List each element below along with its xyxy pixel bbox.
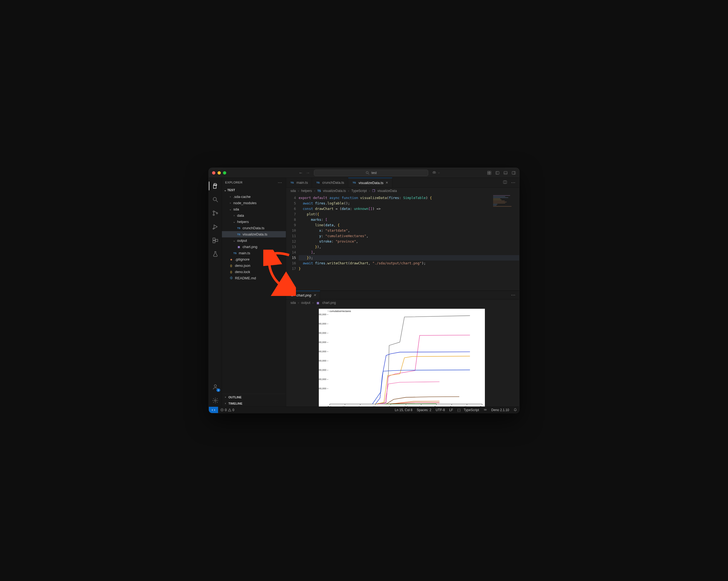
activity-explorer[interactable] bbox=[209, 180, 222, 192]
tab-chart-png[interactable]: ▦ chart.png ✕ bbox=[286, 291, 320, 299]
close-window-button[interactable] bbox=[212, 171, 215, 175]
folder-helpers[interactable]: ⌄helpers bbox=[222, 219, 286, 225]
file-readme[interactable]: ⓘREADME.md bbox=[222, 275, 286, 281]
bc-sda: sda bbox=[290, 301, 296, 305]
more-icon[interactable]: ⋯ bbox=[511, 180, 516, 185]
close-icon[interactable]: ✕ bbox=[386, 181, 388, 185]
copilot-status[interactable] bbox=[482, 408, 489, 412]
folder-data[interactable]: ›data bbox=[222, 212, 286, 219]
svg-text:00,000 –: 00,000 – bbox=[319, 360, 328, 362]
folder-sda[interactable]: ⌄sda bbox=[222, 206, 286, 212]
activity-testing[interactable] bbox=[209, 248, 222, 260]
code-editor[interactable]: 4567891011121314151617 export default as… bbox=[286, 194, 519, 290]
toggle-primary-sidebar-icon[interactable] bbox=[495, 171, 500, 175]
tab-main[interactable]: TSmain.ts bbox=[286, 178, 312, 187]
toggle-panel-icon[interactable] bbox=[503, 171, 508, 175]
json-icon: {} bbox=[229, 270, 233, 274]
more-icon[interactable]: ⋯ bbox=[511, 292, 516, 297]
explorer-bottom-sections: ›OUTLINE ›TIMELINE bbox=[222, 394, 286, 406]
close-icon[interactable]: ✕ bbox=[313, 293, 316, 297]
file-gitignore[interactable]: ◆.gitignore bbox=[222, 256, 286, 262]
activity-settings[interactable] bbox=[209, 395, 222, 406]
file-chart-png[interactable]: ▦chart.png bbox=[222, 244, 286, 250]
history-nav: ← → bbox=[298, 170, 310, 175]
activity-extensions[interactable] bbox=[209, 234, 222, 246]
svg-rect-4 bbox=[488, 171, 489, 173]
file-visualizedata[interactable]: TSvisualizeData.ts bbox=[222, 231, 286, 237]
file-crunchdata[interactable]: TScrunchData.ts bbox=[222, 225, 286, 231]
minimize-window-button[interactable] bbox=[217, 171, 221, 175]
preview-panel: ▦ chart.png ✕ ⋯ sda› output› ▦ chart.png bbox=[286, 291, 519, 406]
error-count: 0 bbox=[225, 408, 227, 412]
remote-indicator[interactable] bbox=[209, 407, 218, 413]
svg-line-15 bbox=[216, 201, 218, 202]
maximize-window-button[interactable] bbox=[223, 171, 226, 175]
ts-icon: TS bbox=[352, 181, 356, 185]
explorer-sidebar: EXPLORER ⋯ ⌄ TEST ›.sda-cache ›node_modu… bbox=[222, 178, 286, 406]
svg-text:Oct: Oct bbox=[450, 406, 454, 406]
activity-source-control[interactable] bbox=[209, 207, 222, 219]
svg-rect-22 bbox=[213, 241, 215, 243]
info-icon: ⓘ bbox=[229, 276, 233, 281]
layout-grid-icon[interactable] bbox=[487, 171, 491, 175]
svg-rect-23 bbox=[216, 239, 218, 241]
explorer-more-icon[interactable]: ⋯ bbox=[278, 180, 283, 185]
svg-text:Jul: Jul bbox=[404, 406, 408, 406]
file-main-ts[interactable]: TSmain.ts bbox=[222, 250, 286, 256]
timeline-label: TIMELINE bbox=[228, 402, 242, 405]
outline-section[interactable]: ›OUTLINE bbox=[222, 394, 286, 400]
folder-node-modules[interactable]: ›node_modules bbox=[222, 200, 286, 206]
activity-run-debug[interactable] bbox=[209, 221, 222, 233]
folder-sda-cache[interactable]: ›.sda-cache bbox=[222, 193, 286, 200]
editor-tabs: TSmain.ts TScrunchData.ts TSvisualizeDat… bbox=[286, 178, 519, 188]
tab-visualize[interactable]: TSvisualizeData.ts✕ bbox=[348, 178, 392, 187]
file-deno-json[interactable]: {}deno.json bbox=[222, 262, 286, 269]
titlebar: ← → test bbox=[209, 168, 519, 178]
svg-text:May: May bbox=[373, 406, 378, 406]
problems-status[interactable]: 0 0 bbox=[218, 408, 236, 412]
bc-file: visualizeData.ts bbox=[323, 189, 346, 193]
cursor-position[interactable]: Ln 15, Col 8 bbox=[393, 408, 415, 412]
file-tree: ›.sda-cache ›node_modules ⌄sda ›data ⌄he… bbox=[222, 193, 286, 283]
preview-breadcrumb[interactable]: sda› output› ▦ chart.png bbox=[286, 299, 519, 306]
indentation-status[interactable]: Spaces: 2 bbox=[415, 408, 434, 412]
command-center[interactable]: test bbox=[314, 169, 428, 176]
svg-text:Dec: Dec bbox=[480, 406, 485, 406]
chart-image: 00,000 –00,000 –00,000 –00,000 –00,000 –… bbox=[319, 309, 485, 406]
bc-lang: TypeScript bbox=[352, 189, 367, 193]
timeline-section[interactable]: ›TIMELINE bbox=[222, 400, 286, 406]
svg-text:Sep: Sep bbox=[434, 406, 439, 406]
tab-label: crunchData.ts bbox=[322, 181, 344, 185]
forward-arrow-icon[interactable]: → bbox=[306, 170, 310, 175]
svg-point-67 bbox=[484, 409, 485, 410]
line-gutter: 4567891011121314151617 bbox=[286, 194, 298, 290]
vscode-window: ← → test 1 bbox=[209, 168, 519, 413]
explorer-root-header[interactable]: ⌄ TEST bbox=[222, 187, 286, 193]
ts-icon: TS bbox=[237, 226, 241, 230]
activity-accounts[interactable]: 1 bbox=[209, 381, 222, 393]
symbol-icon: ❒ bbox=[372, 189, 375, 193]
activity-search[interactable] bbox=[209, 193, 222, 206]
editor-breadcrumb[interactable]: sda› helpers› TSvisualizeData.ts› TypeSc… bbox=[286, 188, 519, 194]
runtime-status[interactable]: Deno 2.1.10 bbox=[489, 408, 511, 412]
file-deno-lock[interactable]: {}deno.lock bbox=[222, 269, 286, 275]
svg-text:00,000 –: 00,000 – bbox=[319, 387, 328, 390]
language-mode[interactable]: { } TypeScript bbox=[455, 408, 481, 412]
eol-status[interactable]: LF bbox=[447, 408, 455, 412]
minimap[interactable] bbox=[493, 195, 518, 217]
back-arrow-icon[interactable]: ← bbox=[298, 170, 303, 175]
svg-text:00,000 –: 00,000 – bbox=[319, 378, 328, 380]
titlebar-layout-controls bbox=[487, 171, 516, 175]
split-editor-icon[interactable] bbox=[503, 180, 507, 185]
toggle-secondary-sidebar-icon[interactable] bbox=[512, 171, 516, 175]
image-preview[interactable]: 00,000 –00,000 –00,000 –00,000 –00,000 –… bbox=[286, 306, 519, 406]
bc-output: output bbox=[301, 301, 310, 305]
notifications[interactable] bbox=[511, 408, 519, 412]
ts-icon: TS bbox=[237, 232, 241, 237]
copilot-menu[interactable] bbox=[432, 171, 440, 175]
encoding-status[interactable]: UTF-8 bbox=[434, 408, 447, 412]
warning-icon bbox=[228, 408, 231, 412]
folder-output[interactable]: ⌄output bbox=[222, 237, 286, 244]
bell-icon bbox=[514, 408, 517, 412]
tab-crunch[interactable]: TScrunchData.ts bbox=[312, 178, 348, 187]
